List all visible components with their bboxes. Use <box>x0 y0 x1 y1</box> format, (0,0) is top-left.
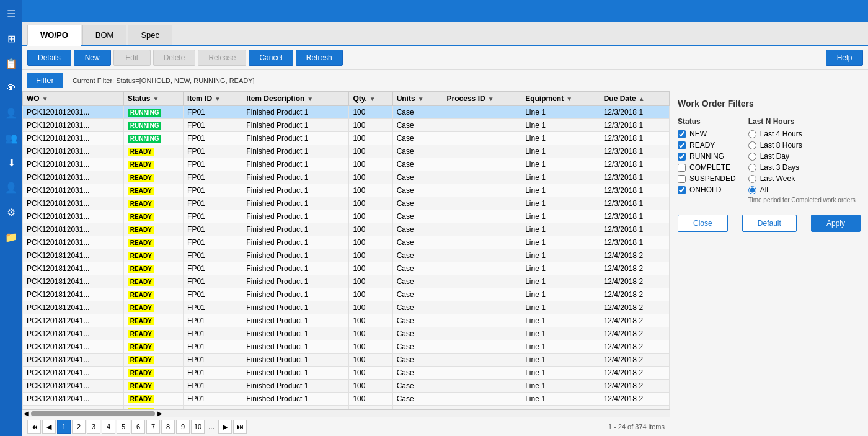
menu-icon[interactable]: ☰ <box>2 5 20 22</box>
table-row[interactable]: PCK1201812041... READY FP01 Finished Pro… <box>23 288 670 301</box>
col-due-date[interactable]: Due Date ▲ <box>600 92 669 106</box>
help-button[interactable]: Help <box>826 50 863 66</box>
col-item-id[interactable]: Item ID ▼ <box>184 92 242 106</box>
table-row[interactable]: PCK1201812031... READY FP01 Finished Pro… <box>23 236 670 249</box>
due-filter-icon[interactable]: ▲ <box>639 96 645 102</box>
default-button[interactable]: Default <box>742 215 797 232</box>
onhold-checkbox[interactable] <box>678 186 686 194</box>
page-9-btn[interactable]: 9 <box>176 420 190 434</box>
filter-button[interactable]: Filter <box>27 73 63 88</box>
eye-icon[interactable]: 👁 <box>2 79 20 97</box>
tab-bom[interactable]: BOM <box>82 25 127 45</box>
col-status[interactable]: Status ▼ <box>123 92 183 106</box>
all-radio[interactable] <box>748 186 756 194</box>
col-process-id[interactable]: Process ID ▼ <box>443 92 521 106</box>
page-next-btn[interactable]: ▶ <box>218 420 232 434</box>
status-filter-icon[interactable]: ▼ <box>153 96 159 102</box>
clipboard-icon[interactable]: 📋 <box>2 55 20 72</box>
horizontal-scrollbar[interactable]: ◀ ▶ <box>22 409 670 417</box>
8h-radio[interactable] <box>748 141 756 149</box>
table-row[interactable]: PCK1201812031... RUNNING FP01 Finished P… <box>23 119 670 132</box>
page-2-btn[interactable]: 2 <box>72 420 86 434</box>
close-button[interactable]: Close <box>678 215 728 232</box>
scroll-right-icon[interactable]: ▶ <box>157 410 162 417</box>
status-filter-col: Status NEW READY RUNNING <box>678 117 736 203</box>
ready-checkbox[interactable] <box>678 141 686 149</box>
table-row[interactable]: PCK1201812031... READY FP01 Finished Pro… <box>23 210 670 223</box>
group-icon[interactable]: 👥 <box>2 129 20 146</box>
page-3-btn[interactable]: 3 <box>87 420 100 434</box>
table-row[interactable]: PCK1201812031... READY FP01 Finished Pro… <box>23 184 670 197</box>
table-row[interactable]: PCK1201812031... READY FP01 Finished Pro… <box>23 145 670 158</box>
page-4-btn[interactable]: 4 <box>102 420 115 434</box>
settings-icon[interactable]: ⚙ <box>2 203 20 221</box>
new-checkbox[interactable] <box>678 130 686 138</box>
col-qty[interactable]: Qty. ▼ <box>349 92 392 106</box>
equip-filter-icon[interactable]: ▼ <box>566 96 572 102</box>
wo-filter-icon[interactable]: ▼ <box>42 96 48 102</box>
due-date-cell: 12/4/2018 2 <box>600 249 669 262</box>
refresh-button[interactable]: Refresh <box>296 50 343 66</box>
item-desc-cell: Finished Product 1 <box>242 288 349 301</box>
col-wo[interactable]: WO ▼ <box>23 92 124 106</box>
table-row[interactable]: PCK1201812041... READY FP01 Finished Pro… <box>23 262 670 275</box>
col-equipment[interactable]: Equipment ▼ <box>521 92 600 106</box>
page-first-btn[interactable]: ⏮ <box>27 420 41 434</box>
table-row[interactable]: PCK1201812031... READY FP01 Finished Pro… <box>23 171 670 184</box>
table-row[interactable]: PCK1201812041... READY FP01 Finished Pro… <box>23 275 670 288</box>
item-desc-filter-icon[interactable]: ▼ <box>307 96 313 102</box>
user-icon[interactable]: 👤 <box>2 179 20 196</box>
table-row[interactable]: PCK1201812031... READY FP01 Finished Pro… <box>23 223 670 236</box>
process-filter-icon[interactable]: ▼ <box>488 96 494 102</box>
scroll-left-icon[interactable]: ◀ <box>24 410 29 417</box>
col-item-desc[interactable]: Item Description ▼ <box>242 92 349 106</box>
complete-checkbox[interactable] <box>678 164 686 172</box>
suspended-checkbox[interactable] <box>678 175 686 183</box>
table-row[interactable]: PCK1201812041... READY FP01 Finished Pro… <box>23 367 670 380</box>
scroll-thumb[interactable] <box>31 411 155 416</box>
page-7-btn[interactable]: 7 <box>146 420 160 434</box>
table-row[interactable]: PCK1201812031... READY FP01 Finished Pro… <box>23 197 670 210</box>
table-row[interactable]: PCK1201812041... READY FP01 Finished Pro… <box>23 327 670 340</box>
table-row[interactable]: PCK1201812031... RUNNING FP01 Finished P… <box>23 106 670 119</box>
download-icon[interactable]: ⬇ <box>2 154 20 171</box>
qty-filter-icon[interactable]: ▼ <box>370 96 376 102</box>
person-icon[interactable]: 👤 <box>2 104 20 122</box>
table-row[interactable]: PCK1201812041... READY FP01 Finished Pro… <box>23 314 670 327</box>
table-row[interactable]: PCK1201812041... READY FP01 Finished Pro… <box>23 249 670 262</box>
week-radio[interactable] <box>748 175 756 183</box>
tab-wo-po[interactable]: WO/PO <box>27 25 81 46</box>
1d-radio[interactable] <box>748 153 756 161</box>
table-row[interactable]: PCK1201812031... RUNNING FP01 Finished P… <box>23 132 670 145</box>
page-last-btn[interactable]: ⏭ <box>233 420 247 434</box>
page-8-btn[interactable]: 8 <box>161 420 175 434</box>
folder-icon[interactable]: 📁 <box>2 228 20 246</box>
complete-label: COMPLETE <box>689 163 730 172</box>
tab-spec[interactable]: Spec <box>128 25 172 45</box>
status-badge: READY <box>128 317 154 325</box>
apply-button[interactable]: Apply <box>811 215 861 232</box>
table-row[interactable]: PCK1201812041... READY FP01 Finished Pro… <box>23 340 670 354</box>
3d-radio[interactable] <box>748 164 756 172</box>
table-row[interactable]: PCK1201812041... READY FP01 Finished Pro… <box>23 301 670 314</box>
grid-icon[interactable]: ⊞ <box>2 30 20 47</box>
details-button[interactable]: Details <box>27 50 71 66</box>
col-units[interactable]: Units ▼ <box>392 92 443 106</box>
table-container[interactable]: WO ▼ Status ▼ Item ID ▼ Item Description… <box>22 91 670 409</box>
page-5-btn[interactable]: 5 <box>117 420 130 434</box>
table-row[interactable]: PCK1201812041... READY FP01 Finished Pro… <box>23 380 670 393</box>
page-prev-btn[interactable]: ◀ <box>42 420 56 434</box>
new-button[interactable]: New <box>74 50 111 66</box>
4h-radio[interactable] <box>748 130 756 138</box>
units-filter-icon[interactable]: ▼ <box>418 96 424 102</box>
cancel-button[interactable]: Cancel <box>249 50 293 66</box>
running-checkbox[interactable] <box>678 153 686 161</box>
table-row[interactable]: PCK1201812041... READY FP01 Finished Pro… <box>23 393 670 406</box>
page-6-btn[interactable]: 6 <box>131 420 145 434</box>
table-row[interactable]: PCK1201812031... READY FP01 Finished Pro… <box>23 158 670 171</box>
process-id-cell <box>443 327 521 340</box>
table-row[interactable]: PCK1201812041... READY FP01 Finished Pro… <box>23 354 670 367</box>
item-id-filter-icon[interactable]: ▼ <box>215 96 221 102</box>
page-1-btn[interactable]: 1 <box>57 420 71 434</box>
page-10-btn[interactable]: 10 <box>191 420 205 434</box>
